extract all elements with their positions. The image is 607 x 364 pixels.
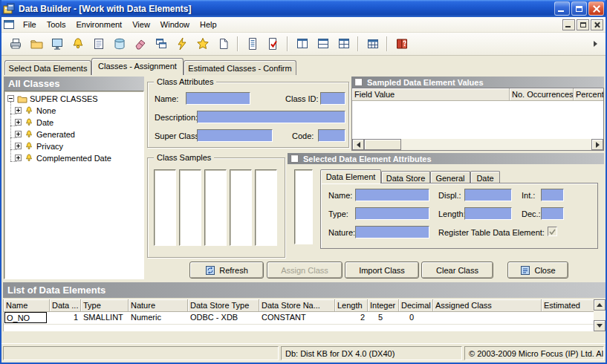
refresh-button[interactable]: Refresh — [189, 261, 264, 279]
sampled-values-list[interactable] — [352, 101, 603, 139]
class-name-field[interactable] — [186, 92, 250, 105]
notes-icon[interactable] — [243, 35, 262, 53]
clear-class-button[interactable]: Clear Class — [421, 261, 493, 279]
menu-item-view[interactable]: View — [127, 18, 155, 31]
tree-expand-box[interactable] — [15, 155, 22, 161]
column-header[interactable]: Name — [4, 299, 50, 312]
attr-type-field[interactable] — [355, 207, 429, 220]
tree-root-row[interactable]: SUPER CLASSES — [17, 93, 98, 104]
grid-cell[interactable]: 5 — [368, 312, 399, 324]
attr-displ-field[interactable] — [464, 189, 512, 201]
tree-collapse-box[interactable] — [7, 95, 14, 102]
tree-expand-box[interactable] — [15, 107, 22, 114]
grid-cell-name[interactable]: O_NO — [4, 312, 47, 323]
tab-date[interactable]: Date — [470, 171, 500, 183]
menu-item-file[interactable]: File — [18, 18, 42, 31]
tree-item-date[interactable]: Date — [25, 117, 53, 128]
scroll-track[interactable] — [594, 311, 606, 320]
menu-item-help[interactable]: Help — [195, 18, 222, 31]
menu-item-window[interactable]: Window — [155, 18, 195, 31]
grid-cell[interactable] — [433, 312, 542, 324]
grid-cell[interactable]: 0 — [399, 312, 433, 324]
column-header[interactable]: Percentage — [574, 88, 604, 101]
column-header[interactable]: No. Occurrences — [510, 88, 574, 101]
title-bar[interactable]: Data Builder - [Work with Data Elements] — [0, 0, 607, 17]
cascade-windows-icon[interactable] — [152, 35, 170, 53]
print-icon[interactable] — [6, 35, 25, 53]
help-book-icon[interactable] — [392, 35, 411, 53]
bell-icon[interactable] — [68, 35, 87, 53]
column-header[interactable]: Nature — [129, 299, 188, 312]
tree-expand-box[interactable] — [15, 143, 22, 149]
table-view-icon[interactable] — [363, 35, 382, 53]
notebook-icon[interactable] — [89, 35, 108, 53]
tree-item-complemented-date[interactable]: Complemented Date — [25, 152, 111, 163]
grid-cell[interactable]: ODBC - XDB — [188, 312, 259, 324]
column-header[interactable]: Field Value — [352, 88, 510, 101]
description-field[interactable] — [197, 111, 345, 123]
scroll-right-button[interactable] — [591, 139, 603, 150]
selected-attrs-checkbox[interactable] — [290, 155, 299, 163]
horizontal-scrollbar[interactable] — [352, 139, 603, 150]
super-class-field[interactable] — [197, 129, 273, 142]
attr-dec-field[interactable] — [541, 207, 564, 220]
grid-cell[interactable]: SMALLINT — [81, 312, 129, 324]
classes-tree[interactable]: SUPER CLASSES None Date Generated Privac… — [4, 91, 144, 279]
restore-button[interactable] — [571, 1, 587, 16]
class-sample-list[interactable] — [204, 169, 227, 246]
column-header[interactable]: Type — [81, 299, 129, 312]
code-field[interactable] — [318, 129, 345, 142]
column-header[interactable]: Decimal — [399, 299, 433, 312]
mdi-restore-button[interactable] — [577, 19, 589, 30]
scroll-down-button[interactable] — [594, 320, 606, 331]
column-header[interactable]: Length — [335, 299, 368, 312]
tree-expand-box[interactable] — [15, 131, 22, 137]
mdi-close-button[interactable] — [591, 19, 603, 30]
tree-item-none[interactable]: None — [25, 105, 56, 116]
grid-cell[interactable]: CONSTANT — [259, 312, 335, 324]
grid-cell[interactable] — [542, 312, 594, 324]
star-icon[interactable] — [193, 35, 212, 53]
grid-cell[interactable]: 1 — [50, 312, 81, 324]
column-header[interactable]: Assigned Class — [433, 299, 542, 312]
column-header[interactable]: Data ... — [50, 299, 81, 312]
open-folder-icon[interactable] — [27, 35, 45, 53]
child-window-icon[interactable] — [4, 19, 15, 30]
document-icon[interactable] — [214, 35, 233, 53]
class-id-field[interactable] — [320, 92, 345, 105]
minimize-button[interactable] — [554, 1, 570, 16]
grid-cell[interactable]: Numeric — [129, 312, 188, 324]
mdi-minimize-button[interactable] — [562, 19, 575, 30]
tree-expand-box[interactable] — [15, 119, 22, 126]
validate-check-icon[interactable] — [264, 35, 282, 53]
split-vertical-icon[interactable] — [314, 35, 332, 53]
run-icon[interactable] — [172, 35, 191, 53]
column-header[interactable]: Integer — [368, 299, 399, 312]
split-horizontal-icon[interactable] — [293, 35, 311, 53]
split-grid-icon[interactable] — [334, 35, 353, 53]
class-sample-list[interactable] — [255, 169, 277, 246]
column-header[interactable]: Data Store Type — [188, 299, 259, 312]
tab-data-element[interactable]: Data Element — [320, 169, 381, 183]
tab-data-store[interactable]: Data Store — [381, 171, 430, 183]
toolbar-overflow-chevron[interactable] — [594, 41, 600, 47]
import-class-button[interactable]: Import Class — [345, 261, 419, 279]
attr-nature-field[interactable] — [355, 226, 429, 238]
table-row[interactable]: O_NO 1 SMALLINT Numeric ODBC - XDB CONST… — [4, 312, 594, 324]
scroll-left-button[interactable] — [352, 139, 364, 150]
attr-length-field[interactable] — [464, 207, 512, 220]
scroll-track[interactable] — [401, 139, 591, 150]
class-sample-list[interactable] — [179, 169, 201, 246]
tab-select-data-elements[interactable]: Select Data Elements — [4, 60, 91, 75]
scroll-up-button[interactable] — [594, 299, 606, 311]
close-panel-button[interactable]: Close — [507, 261, 568, 279]
tab-estimated-classes-confirm[interactable]: Estimated Classes - Confirm — [184, 60, 296, 75]
assign-class-button[interactable]: Assign Class — [267, 261, 343, 279]
tab-general[interactable]: General — [430, 171, 470, 183]
register-table-checkbox[interactable] — [548, 227, 557, 236]
close-button[interactable] — [588, 1, 604, 16]
database-icon[interactable] — [110, 35, 129, 53]
class-sample-list[interactable] — [154, 169, 176, 246]
vertical-scrollbar[interactable] — [594, 299, 606, 331]
table-row-partial[interactable] — [4, 324, 594, 331]
